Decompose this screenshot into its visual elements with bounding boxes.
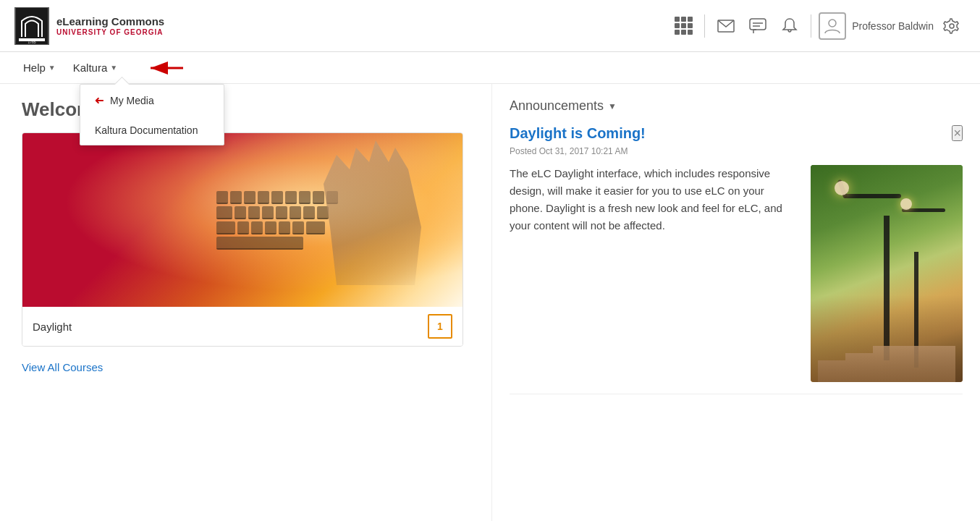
announcement-date: Posted Oct 31, 2017 10:21 AM [510,146,963,156]
help-chevron-icon: ▼ [48,64,56,72]
dropdown-item-kaltura-docs[interactable]: Kaltura Documentation [80,116,224,145]
lamp-arm [843,194,901,198]
lamp-head [835,181,849,195]
course-image [22,133,462,307]
kaltura-docs-label: Kaltura Documentation [95,124,198,136]
logo-subtitle: UNIVERSITY OF GEORGIA [56,28,164,36]
mail-icon[interactable] [712,12,740,40]
view-all-courses-link[interactable]: View All Courses [22,361,103,373]
announcement-image [811,165,963,382]
announcements-title: Announcements [510,98,604,114]
navbar: Help ▼ Kaltura ▼ ➜ My Media Kaltura Docu… [0,52,980,84]
grid-icon[interactable] [670,12,697,39]
settings-icon[interactable] [938,12,966,40]
announcements-chevron-icon[interactable]: ▼ [608,101,617,111]
lamp-head-2 [900,198,912,210]
kaltura-chevron-icon: ▼ [110,64,117,72]
dropdown-item-my-media[interactable]: ➜ My Media [80,85,224,116]
announcement-body: The eLC Daylight interface, which includ… [510,165,799,382]
left-panel: Welcome, Professor [0,84,492,521]
my-media-arrow-icon: ➜ [95,93,104,107]
logo-image: 1785 [14,7,49,45]
nav-kaltura-label: Kaltura [73,62,108,74]
bell-icon[interactable] [776,12,803,40]
course-name: Daylight [33,321,72,333]
announcement-content-row: The eLC Daylight interface, which includ… [510,165,963,382]
logo-text: eLearning Commons UNIVERSITY OF GEORGIA [56,15,164,36]
svg-text:1785: 1785 [28,40,35,44]
course-card[interactable]: Daylight 1 [22,132,463,347]
nav-kaltura[interactable]: Kaltura ▼ [64,52,126,83]
my-media-label: My Media [110,95,154,106]
user-avatar [819,12,846,40]
header-right: Professor Baldwin [670,12,966,40]
close-announcement-button[interactable]: × [952,125,963,141]
course-footer: Daylight 1 [22,307,462,346]
svg-point-7 [829,20,836,27]
main-content: Welcome, Professor [0,84,980,521]
red-arrow-indicator [143,55,187,83]
nav-help[interactable]: Help ▼ [14,52,64,83]
chat-icon[interactable] [744,12,772,40]
kaltura-dropdown: ➜ My Media Kaltura Documentation [80,84,224,145]
logo-area[interactable]: 1785 eLearning Commons UNIVERSITY OF GEO… [14,7,164,45]
nav-help-label: Help [23,62,46,74]
divider-1 [704,14,705,38]
svg-point-8 [950,24,954,28]
announcement-card: × Daylight is Coming! Posted Oct 31, 201… [510,125,963,394]
right-panel: Announcements ▼ × Daylight is Coming! Po… [492,84,980,521]
announcement-title: Daylight is Coming! [510,125,963,142]
divider-2 [811,14,811,38]
user-area[interactable]: Professor Baldwin [819,12,934,40]
svg-rect-4 [750,19,766,30]
announcements-header: Announcements ▼ [510,98,963,114]
course-badge: 1 [428,314,452,339]
logo-title: eLearning Commons [56,15,164,28]
user-name: Professor Baldwin [852,20,934,32]
header: 1785 eLearning Commons UNIVERSITY OF GEO… [0,0,980,52]
